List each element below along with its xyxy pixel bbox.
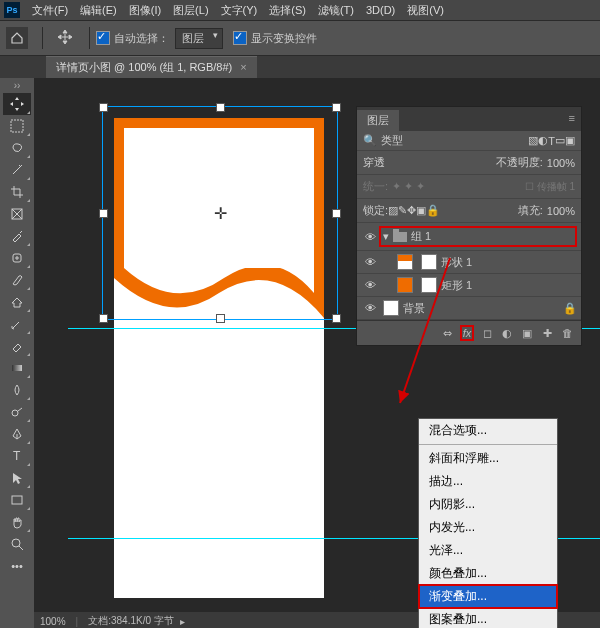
dodge-tool[interactable] xyxy=(3,401,31,423)
delete-layer-button[interactable]: 🗑 xyxy=(557,325,577,341)
document-tab[interactable]: 详情页小图 @ 100% (组 1, RGB/8#)× xyxy=(46,56,257,78)
menu-select[interactable]: 选择(S) xyxy=(263,3,312,18)
menu-file[interactable]: 文件(F) xyxy=(26,3,74,18)
fx-pattern-overlay[interactable]: 图案叠加... xyxy=(419,608,557,628)
layer-name[interactable]: 形状 1 xyxy=(441,255,577,270)
options-bar: 自动选择： 图层 显示变换控件 xyxy=(0,20,600,56)
close-tab-icon[interactable]: × xyxy=(240,61,246,73)
auto-select-target-dropdown[interactable]: 图层 xyxy=(175,28,223,49)
crop-tool[interactable] xyxy=(3,181,31,203)
menu-3d[interactable]: 3D(D) xyxy=(360,4,401,16)
opacity-value[interactable]: 100% xyxy=(547,157,575,169)
fx-satin[interactable]: 光泽... xyxy=(419,539,557,562)
blend-mode-row: 穿透 不透明度: 100% xyxy=(357,151,581,175)
lock-position-icon[interactable]: ✥ xyxy=(407,204,416,217)
blend-mode-dropdown[interactable]: 穿透 xyxy=(363,155,423,170)
fill-value[interactable]: 100% xyxy=(547,205,575,217)
type-tool[interactable]: T xyxy=(3,445,31,467)
layer-name[interactable]: 组 1 xyxy=(411,229,573,244)
menu-filter[interactable]: 滤镜(T) xyxy=(312,3,360,18)
pen-tool[interactable] xyxy=(3,423,31,445)
filter-kind-dropdown[interactable]: 类型 xyxy=(381,133,403,148)
layer-name[interactable]: 背景 xyxy=(403,301,563,316)
fx-stroke[interactable]: 描边... xyxy=(419,470,557,493)
transform-handle[interactable] xyxy=(99,314,108,323)
path-selection-tool[interactable] xyxy=(3,467,31,489)
fill-label: 填充: xyxy=(518,203,543,218)
menu-type[interactable]: 文字(Y) xyxy=(215,3,264,18)
zoom-level[interactable]: 100% xyxy=(40,616,66,627)
panel-menu-icon[interactable]: ≡ xyxy=(563,110,581,131)
transform-handle[interactable] xyxy=(216,103,225,112)
gradient-tool[interactable] xyxy=(3,357,31,379)
filter-smart-icon[interactable]: ▣ xyxy=(565,134,575,147)
menu-view[interactable]: 视图(V) xyxy=(401,3,450,18)
layer-row[interactable]: 👁 形状 1 xyxy=(357,251,581,274)
lock-pixels-icon[interactable]: ✎ xyxy=(398,204,407,217)
fx-bevel[interactable]: 斜面和浮雕... xyxy=(419,447,557,470)
eyedropper-tool[interactable] xyxy=(3,225,31,247)
fx-inner-shadow[interactable]: 内阴影... xyxy=(419,493,557,516)
new-group-button[interactable]: ▣ xyxy=(517,325,537,341)
transform-handle[interactable] xyxy=(332,314,341,323)
lasso-tool[interactable] xyxy=(3,137,31,159)
magic-wand-tool[interactable] xyxy=(3,159,31,181)
filter-shape-icon[interactable]: ▭ xyxy=(555,134,565,147)
auto-select-checkbox[interactable] xyxy=(96,31,110,45)
edit-toolbar-button[interactable]: ••• xyxy=(3,555,31,577)
fx-button[interactable]: fx xyxy=(457,325,477,341)
layer-name[interactable]: 矩形 1 xyxy=(441,278,577,293)
clone-stamp-tool[interactable] xyxy=(3,291,31,313)
show-transform-checkbox[interactable] xyxy=(233,31,247,45)
move-tool[interactable] xyxy=(3,93,31,115)
fx-color-overlay[interactable]: 颜色叠加... xyxy=(419,562,557,585)
lock-artboard-icon[interactable]: ▣ xyxy=(416,204,426,217)
brush-tool[interactable] xyxy=(3,269,31,291)
transform-handle[interactable] xyxy=(332,103,341,112)
marquee-tool[interactable] xyxy=(3,115,31,137)
layer-row-background[interactable]: 👁 背景 🔒 xyxy=(357,297,581,320)
visibility-toggle[interactable]: 👁 xyxy=(361,231,379,243)
mask-button[interactable]: ◻ xyxy=(477,325,497,341)
menu-layer[interactable]: 图层(L) xyxy=(167,3,214,18)
fx-blend-options[interactable]: 混合选项... xyxy=(419,419,557,442)
frame-tool[interactable] xyxy=(3,203,31,225)
transform-handle[interactable] xyxy=(216,314,225,323)
lock-all-icon[interactable]: 🔒 xyxy=(426,204,440,217)
new-layer-button[interactable]: ✚ xyxy=(537,325,557,341)
layer-mask-thumb xyxy=(421,254,437,270)
visibility-toggle[interactable]: 👁 xyxy=(361,302,379,314)
menu-edit[interactable]: 编辑(E) xyxy=(74,3,123,18)
home-button[interactable] xyxy=(6,27,28,49)
filter-pixel-icon[interactable]: ▧ xyxy=(528,134,538,147)
layers-tab[interactable]: 图层 xyxy=(357,110,399,131)
rectangle-tool[interactable] xyxy=(3,489,31,511)
fx-gradient-overlay[interactable]: 渐变叠加... xyxy=(419,585,557,608)
transform-handle[interactable] xyxy=(99,103,108,112)
layers-panel-footer: ⇔ fx ◻ ◐ ▣ ✚ 🗑 xyxy=(357,320,581,345)
transform-handle[interactable] xyxy=(332,209,341,218)
blur-tool[interactable] xyxy=(3,379,31,401)
zoom-tool[interactable] xyxy=(3,533,31,555)
adjustment-button[interactable]: ◐ xyxy=(497,325,517,341)
fx-inner-glow[interactable]: 内发光... xyxy=(419,516,557,539)
transform-bounding-box[interactable]: ✛ xyxy=(102,106,338,320)
healing-brush-tool[interactable] xyxy=(3,247,31,269)
eraser-tool[interactable] xyxy=(3,335,31,357)
layer-row-group[interactable]: 👁 ▾组 1 xyxy=(357,223,581,251)
transform-handle[interactable] xyxy=(99,209,108,218)
filter-type-icon[interactable]: T xyxy=(548,135,555,147)
visibility-toggle[interactable]: 👁 xyxy=(361,256,379,268)
toolbar-grip[interactable]: ›› xyxy=(14,78,21,93)
layer-row[interactable]: 👁 矩形 1 xyxy=(357,274,581,297)
document-tab-bar: 详情页小图 @ 100% (组 1, RGB/8#)× xyxy=(0,56,600,78)
document-info[interactable]: 文档:384.1K/0 字节 xyxy=(88,614,174,628)
history-brush-tool[interactable] xyxy=(3,313,31,335)
lock-transparent-icon[interactable]: ▨ xyxy=(388,204,398,217)
visibility-toggle[interactable]: 👁 xyxy=(361,279,379,291)
hand-tool[interactable] xyxy=(3,511,31,533)
link-layers-button[interactable]: ⇔ xyxy=(437,325,457,341)
document-tab-label: 详情页小图 @ 100% (组 1, RGB/8#) xyxy=(56,61,232,73)
filter-adjust-icon[interactable]: ◐ xyxy=(538,134,548,147)
menu-image[interactable]: 图像(I) xyxy=(123,3,167,18)
